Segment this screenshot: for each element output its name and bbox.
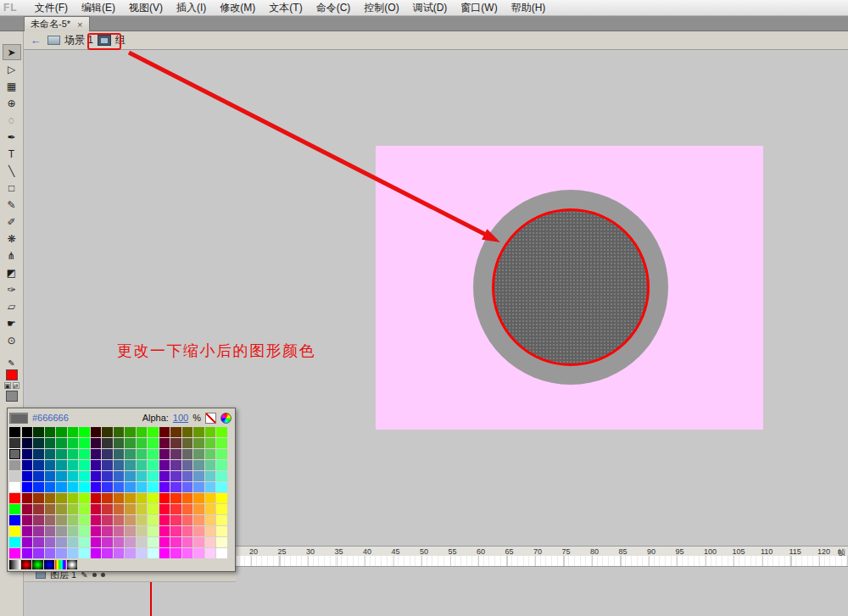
palette-swatch-99FF99[interactable] — [79, 526, 90, 536]
palette-swatch-FF0099[interactable] — [159, 526, 170, 536]
palette-swatch-66FF00[interactable] — [216, 427, 227, 437]
brush-tool[interactable]: ✐ — [3, 214, 21, 230]
text-tool[interactable]: T — [3, 146, 21, 162]
palette-swatch-993366[interactable] — [33, 515, 44, 525]
palette-swatch-00CC33[interactable] — [68, 438, 79, 448]
fill-color-swatch[interactable] — [6, 391, 18, 402]
palette-swatch-CC0033[interactable] — [91, 504, 102, 514]
palette-swatch-CC6633[interactable] — [114, 504, 125, 514]
palette-swatch-00FFCC[interactable] — [79, 471, 90, 481]
palette-swatch-00FF99[interactable] — [79, 460, 90, 470]
palette-swatch-99FF66[interactable] — [79, 515, 90, 525]
menu-item-11[interactable]: 帮助(H) — [505, 0, 553, 15]
free-transform-tool[interactable]: ▦ — [3, 78, 21, 94]
paint-bucket-tool[interactable]: ◩ — [3, 264, 21, 280]
palette-swatch-663399[interactable] — [170, 460, 181, 470]
menu-item-2[interactable]: 编辑(E) — [75, 0, 122, 15]
palette-swatch-CC0000[interactable] — [91, 493, 102, 503]
palette-swatch-00FF00[interactable] — [79, 427, 90, 437]
menu-item-1[interactable]: 文件(F) — [28, 0, 75, 15]
palette-swatch-669900[interactable] — [193, 427, 204, 437]
palette-swatch-996699[interactable] — [45, 526, 56, 536]
palette-swatch-FFCCCC[interactable] — [205, 537, 216, 547]
palette-swatch-336600[interactable] — [114, 427, 125, 437]
palette-swatch-330099[interactable] — [91, 460, 102, 470]
palette-swatch-660066[interactable] — [159, 449, 170, 459]
palette-swatch-99CC00[interactable] — [68, 493, 79, 503]
alpha-value[interactable]: 100 — [173, 413, 188, 423]
palette-swatch-6633CC[interactable] — [170, 471, 181, 481]
palette-swatch-CC6699[interactable] — [114, 526, 125, 536]
palette-swatch-FF0066[interactable] — [159, 515, 170, 525]
palette-swatch-66CCFF[interactable] — [205, 482, 216, 492]
palette-swatch-660099[interactable] — [159, 460, 170, 470]
palette-swatch-FFCC33[interactable] — [205, 504, 216, 514]
palette-swatch-CCCCFF[interactable] — [137, 548, 148, 558]
swap-colors-button[interactable]: ⇄ — [13, 382, 20, 389]
palette-swatch-999900[interactable] — [56, 493, 67, 503]
palette-swatch-0033CC[interactable] — [33, 471, 44, 481]
stroke-color-swatch[interactable] — [6, 369, 18, 380]
palette-swatch-990033[interactable] — [22, 504, 33, 514]
palette-swatch-999999[interactable] — [9, 460, 20, 470]
palette-swatch-00CC66[interactable] — [68, 449, 79, 459]
palette-swatch-9966FF[interactable] — [45, 548, 56, 558]
palette-swatch-003300[interactable] — [33, 427, 44, 437]
palette-swatch-CC99FF[interactable] — [125, 548, 136, 558]
palette-swatch-333300[interactable] — [102, 427, 113, 437]
palette-swatch-CC3333[interactable] — [102, 504, 113, 514]
palette-swatch-CCCCCC[interactable] — [137, 537, 148, 547]
menu-item-5[interactable]: 修改(M) — [213, 0, 262, 15]
palette-swatch-66CCCC[interactable] — [205, 471, 216, 481]
palette-swatch-FF99CC[interactable] — [193, 537, 204, 547]
palette-swatch-CCFFFF[interactable] — [148, 548, 159, 558]
palette-swatch-0066CC[interactable] — [45, 471, 56, 481]
palette-swatch-006633[interactable] — [45, 438, 56, 448]
palette-swatch-3366FF[interactable] — [114, 482, 125, 492]
palette-swatch-99CC99[interactable] — [68, 526, 79, 536]
palette-swatch-66CC99[interactable] — [205, 460, 216, 470]
palette-swatch-FF66CC[interactable] — [182, 537, 193, 547]
color-wheel-button[interactable] — [220, 413, 232, 424]
subselection-tool[interactable]: ▷ — [3, 61, 21, 77]
palette-swatch-339999[interactable] — [125, 460, 136, 470]
palette-swatch-000033[interactable] — [22, 438, 33, 448]
palette-swatch-FF6600[interactable] — [182, 493, 193, 503]
palette-swatch-003399[interactable] — [33, 460, 44, 470]
palette-swatch-000000[interactable] — [9, 427, 20, 437]
palette-swatch-33CC33[interactable] — [137, 438, 148, 448]
palette-swatch-0000FF[interactable] — [22, 482, 33, 492]
gradient-swatch-radial-blue[interactable] — [44, 560, 55, 569]
palette-swatch-FF3399[interactable] — [170, 526, 181, 536]
palette-swatch-CCCCCC[interactable] — [9, 471, 20, 481]
palette-swatch-663300[interactable] — [170, 427, 181, 437]
line-tool[interactable]: ╲ — [3, 163, 21, 179]
palette-swatch-FF9900[interactable] — [193, 493, 204, 503]
palette-swatch-339966[interactable] — [125, 449, 136, 459]
palette-swatch-CCCC66[interactable] — [137, 515, 148, 525]
hex-value-field[interactable]: #666666 — [32, 413, 78, 423]
palette-swatch-9933FF[interactable] — [33, 548, 44, 558]
palette-swatch-666699[interactable] — [182, 460, 193, 470]
palette-swatch-CCFFCC[interactable] — [148, 537, 159, 547]
palette-swatch-FF0000[interactable] — [9, 493, 20, 503]
palette-swatch-CC66FF[interactable] — [114, 548, 125, 558]
menu-item-6[interactable]: 文本(T) — [262, 0, 309, 15]
menu-item-7[interactable]: 命令(C) — [310, 0, 358, 15]
palette-swatch-CCFF33[interactable] — [148, 504, 159, 514]
palette-swatch-00FFFF[interactable] — [9, 537, 20, 547]
menu-item-9[interactable]: 调试(D) — [406, 0, 455, 15]
palette-swatch-33CC00[interactable] — [137, 427, 148, 437]
palette-swatch-330000[interactable] — [91, 427, 102, 437]
palette-swatch-33FF66[interactable] — [148, 449, 159, 459]
palette-swatch-CC3399[interactable] — [102, 526, 113, 536]
palette-swatch-993333[interactable] — [33, 504, 44, 514]
palette-swatch-FFFF33[interactable] — [216, 504, 227, 514]
palette-swatch-666633[interactable] — [182, 438, 193, 448]
palette-swatch-3399CC[interactable] — [125, 471, 136, 481]
palette-swatch-993399[interactable] — [33, 526, 44, 536]
palette-swatch-339900[interactable] — [125, 427, 136, 437]
palette-swatch-CCFF99[interactable] — [148, 526, 159, 536]
palette-swatch-33CCCC[interactable] — [137, 471, 148, 481]
deco-tool[interactable]: ❋ — [3, 230, 21, 247]
